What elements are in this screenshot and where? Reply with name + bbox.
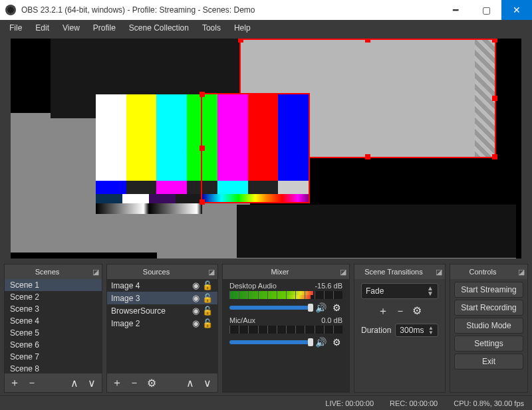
move-source-up-button[interactable]: ∧ <box>184 377 196 389</box>
remove-transition-button[interactable]: － <box>395 304 406 318</box>
sources-list[interactable]: Image 4◉🔓 Image 3◉🔓 BrowserSource◉🔓 Imag… <box>107 279 217 373</box>
app-icon <box>5 5 16 15</box>
start-recording-button[interactable]: Start Recording <box>454 300 523 316</box>
minimize-button[interactable]: ━ <box>440 0 471 20</box>
mixer-title: Mixer <box>223 268 337 276</box>
transition-properties-button[interactable]: ⚙ <box>412 304 422 318</box>
visibility-icon[interactable]: ◉ <box>190 280 201 290</box>
source-item[interactable]: Image 4◉🔓 <box>107 279 217 292</box>
transitions-title: Scene Transitions <box>354 268 433 276</box>
controls-title: Controls <box>450 268 515 276</box>
spinner-icon[interactable]: ▲▼ <box>428 326 434 335</box>
menu-tools[interactable]: Tools <box>196 21 227 35</box>
handle-n[interactable] <box>365 39 370 43</box>
source-properties-button[interactable]: ⚙ <box>146 377 158 389</box>
gear-icon[interactable]: ⚙ <box>331 336 342 348</box>
preview-source-colorbars[interactable] <box>96 94 309 214</box>
handle-nw[interactable] <box>238 39 243 43</box>
popout-icon[interactable]: ◪ <box>205 268 217 276</box>
scene-item[interactable]: Scene 3 <box>5 303 102 315</box>
preview-area <box>0 36 532 261</box>
lock-icon[interactable]: 🔓 <box>201 293 213 303</box>
titlebar[interactable]: OBS 23.2.1 (64-bit, windows) - Profile: … <box>0 0 532 20</box>
source-item[interactable]: Image 3◉🔓 <box>107 292 217 304</box>
scene-item[interactable]: Scene 8 <box>5 363 102 373</box>
menu-scene-collection[interactable]: Scene Collection <box>122 21 196 35</box>
speaker-icon[interactable]: 🔊 <box>315 302 327 314</box>
popout-icon[interactable]: ◪ <box>515 268 527 276</box>
audio-meter <box>229 291 342 299</box>
volume-slider[interactable] <box>229 306 311 310</box>
lock-icon[interactable]: 🔓 <box>201 318 213 328</box>
status-cpu: CPU: 0.8%, 30.00 fps <box>454 399 524 407</box>
duration-input[interactable]: 300ms ▲▼ <box>395 324 438 337</box>
duration-label: Duration <box>361 326 391 335</box>
add-source-button[interactable]: ＋ <box>111 376 123 390</box>
channel-level: -15.6 dB <box>315 282 342 290</box>
move-scene-down-button[interactable]: ∨ <box>86 377 98 389</box>
channel-level: 0.0 dB <box>321 316 342 324</box>
lock-icon[interactable]: 🔓 <box>201 306 213 316</box>
handle-nw-inner[interactable] <box>200 92 205 97</box>
visibility-icon[interactable]: ◉ <box>190 318 201 328</box>
window-title: OBS 23.2.1 (64-bit, windows) - Profile: … <box>21 5 440 15</box>
popout-icon[interactable]: ◪ <box>337 268 349 276</box>
menu-edit[interactable]: Edit <box>29 21 56 35</box>
menu-profile[interactable]: Profile <box>86 21 122 35</box>
handle-e[interactable] <box>492 96 497 101</box>
audio-meter <box>229 326 342 334</box>
preview-canvas[interactable] <box>11 39 521 258</box>
sources-panel: Sources ◪ Image 4◉🔓 Image 3◉🔓 BrowserSou… <box>106 264 218 393</box>
popout-icon[interactable]: ◪ <box>433 268 445 276</box>
visibility-icon[interactable]: ◉ <box>190 293 201 303</box>
controls-panel: Controls ◪ Start Streaming Start Recordi… <box>450 264 528 393</box>
add-transition-button[interactable]: ＋ <box>378 304 388 318</box>
scenes-panel: Scenes ◪ Scene 1 Scene 2 Scene 3 Scene 4… <box>4 264 102 393</box>
menu-view[interactable]: View <box>56 21 86 35</box>
maximize-button[interactable]: ▢ <box>471 0 501 20</box>
channel-name: Mic/Aux <box>229 316 321 324</box>
remove-scene-button[interactable]: － <box>26 376 38 390</box>
gear-icon[interactable]: ⚙ <box>331 302 342 314</box>
scene-item[interactable]: Scene 2 <box>5 291 102 303</box>
preview-inner-selection[interactable] <box>201 93 310 203</box>
handle-se[interactable] <box>492 154 497 159</box>
mixer-body: Desktop Audio-15.6 dB 🔊 ⚙ Mic/Aux0.0 dB <box>223 279 349 392</box>
handle-sw-inner[interactable] <box>200 199 205 205</box>
close-button[interactable]: ✕ <box>501 0 532 20</box>
menu-help[interactable]: Help <box>227 21 257 35</box>
scene-item[interactable]: Scene 1 <box>5 279 102 291</box>
volume-slider[interactable] <box>229 340 311 344</box>
menubar: File Edit View Profile Scene Collection … <box>0 20 532 36</box>
speaker-icon[interactable]: 🔊 <box>315 336 327 348</box>
remove-source-button[interactable]: － <box>128 376 140 390</box>
handle-s[interactable] <box>365 154 370 159</box>
scene-item[interactable]: Scene 4 <box>5 315 102 327</box>
settings-button[interactable]: Settings <box>454 336 523 352</box>
transition-select[interactable]: Fade ▲▼ <box>361 283 438 299</box>
move-source-down-button[interactable]: ∨ <box>201 377 213 389</box>
add-scene-button[interactable]: ＋ <box>9 376 21 390</box>
statusbar: LIVE: 00:00:00 REC: 00:00:00 CPU: 0.8%, … <box>0 395 532 410</box>
menu-file[interactable]: File <box>3 21 29 35</box>
lock-icon[interactable]: 🔓 <box>201 280 213 290</box>
scene-item[interactable]: Scene 5 <box>5 327 102 339</box>
scene-item[interactable]: Scene 7 <box>5 351 102 363</box>
handle-ne[interactable] <box>492 39 497 43</box>
studio-mode-button[interactable]: Studio Mode <box>454 318 523 334</box>
handle-w-inner[interactable] <box>200 146 205 151</box>
start-streaming-button[interactable]: Start Streaming <box>454 282 523 298</box>
sources-title: Sources <box>107 268 205 276</box>
source-item[interactable]: BrowserSource◉🔓 <box>107 304 217 317</box>
controls-body: Start Streaming Start Recording Studio M… <box>450 279 527 392</box>
transitions-body: Fade ▲▼ ＋ － ⚙ Duration 300ms ▲▼ <box>354 279 445 392</box>
exit-button[interactable]: Exit <box>454 354 523 369</box>
visibility-icon[interactable]: ◉ <box>190 306 201 316</box>
move-scene-up-button[interactable]: ∧ <box>68 377 80 389</box>
scenes-list[interactable]: Scene 1 Scene 2 Scene 3 Scene 4 Scene 5 … <box>5 279 102 373</box>
chevron-updown-icon: ▲▼ <box>427 286 434 296</box>
popout-icon[interactable]: ◪ <box>90 268 102 276</box>
transitions-panel: Scene Transitions ◪ Fade ▲▼ ＋ － ⚙ Durati… <box>354 264 446 393</box>
source-item[interactable]: Image 2◉🔓 <box>107 317 217 330</box>
scene-item[interactable]: Scene 6 <box>5 339 102 351</box>
